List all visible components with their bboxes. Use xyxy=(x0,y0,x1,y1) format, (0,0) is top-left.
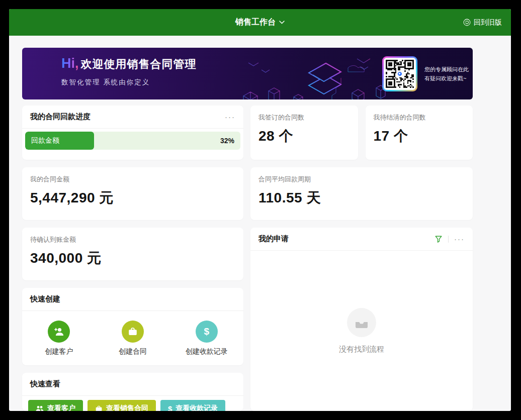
briefcase-icon xyxy=(122,321,144,343)
signed-contracts-card: 我签订的合同数 28 个 xyxy=(250,106,358,160)
quick-create-title: 快速创建 xyxy=(30,294,235,304)
progress-fill: 回款金额 xyxy=(25,132,94,150)
my-applications-card: 我的申请 ··· 没有找到流程 xyxy=(250,228,473,411)
create-customer-label: 创建客户 xyxy=(45,347,73,356)
progress-track: 回款金额 32% xyxy=(25,132,240,150)
qr-caption-line1: 您的专属顾问在此 xyxy=(424,65,469,74)
left-column: 我的合同回款进度 ··· 回款金额 32% 我的合同金额 5 xyxy=(22,106,243,411)
progress-bar-zone: 回款金额 32% xyxy=(22,129,243,150)
view-payment-records-label: 查看收款记录 xyxy=(176,404,218,411)
contract-amount-value: 5,447,290 元 xyxy=(30,188,235,207)
my-applications-header: 我的申请 ··· xyxy=(250,228,473,251)
users-icon xyxy=(36,405,44,411)
banner-title: 欢迎使用销售合同管理 xyxy=(81,57,197,72)
signed-contracts-value: 28 个 xyxy=(258,127,350,146)
avg-cycle-card: 合同平均回款周期 110.55 天 xyxy=(250,167,473,220)
workspace-switcher[interactable]: 销售工作台 xyxy=(235,17,285,28)
payback-progress-header: 我的合同回款进度 ··· xyxy=(22,106,243,129)
avg-cycle-value: 110.55 天 xyxy=(258,188,465,207)
quick-create-row: 创建客户 创建合同 xyxy=(22,311,243,365)
header-divider xyxy=(448,236,449,243)
view-payment-records-button[interactable]: $ 查看收款记录 xyxy=(160,400,225,411)
page-title: 销售工作台 xyxy=(235,17,276,28)
view-customers-button[interactable]: 查看客户 xyxy=(28,400,83,411)
top-header-bar: 销售工作台 回到旧版 xyxy=(9,9,511,36)
create-contract-item[interactable]: 创建合同 xyxy=(96,321,170,356)
quick-create-header: 快速创建 xyxy=(22,288,243,311)
banner-greeting: Hi, xyxy=(61,56,79,71)
more-menu-icon[interactable]: ··· xyxy=(454,235,465,243)
back-to-old-version-link[interactable]: 回到旧版 xyxy=(463,9,502,36)
contract-amount-card: 我的合同金额 5,447,290 元 xyxy=(22,167,243,220)
page-body: Hi, 欢迎使用销售合同管理 数智化管理 系统由你定义 您的专属顾问在此 有疑问… xyxy=(9,36,511,411)
filter-icon[interactable] xyxy=(435,235,443,243)
unsettled-contracts-label: 我待结清的合同数 xyxy=(374,113,465,122)
qr-svg xyxy=(386,60,414,88)
unsettled-contracts-value: 17 个 xyxy=(374,127,465,146)
quick-view-row: 查看客户 查看销售合同 $ 查看收款记录 xyxy=(22,396,243,411)
payback-progress-card: 我的合同回款进度 ··· 回款金额 32% xyxy=(22,106,243,160)
quick-view-title: 快速查看 xyxy=(30,379,235,389)
empty-state-text: 没有找到流程 xyxy=(339,345,384,354)
view-sales-contracts-button[interactable]: 查看销售合同 xyxy=(88,400,156,411)
view-sales-contracts-label: 查看销售合同 xyxy=(106,404,148,411)
back-link-label: 回到旧版 xyxy=(474,18,502,27)
banner-subtitle: 数智化管理 系统由你定义 xyxy=(61,78,197,87)
my-applications-title: 我的申请 xyxy=(258,234,435,244)
create-contract-label: 创建合同 xyxy=(119,347,147,356)
chevron-down-icon xyxy=(279,21,285,24)
briefcase-icon xyxy=(95,405,103,411)
dollar-icon: $ xyxy=(168,404,172,411)
add-user-icon xyxy=(48,321,70,343)
view-customers-label: 查看客户 xyxy=(47,404,75,411)
dollar-icon: $ xyxy=(196,321,218,343)
progress-label: 回款金额 xyxy=(31,136,59,145)
banner-text: Hi, 欢迎使用销售合同管理 数智化管理 系统由你定义 xyxy=(61,56,197,87)
qr-caption-line2: 有疑问欢迎来戳~ xyxy=(424,74,469,83)
quick-create-card: 快速创建 创建客户 xyxy=(22,288,243,365)
app-window: 销售工作台 回到旧版 xyxy=(9,9,511,411)
dashboard-grid: 我的合同回款进度 ··· 回款金额 32% 我的合同金额 5 xyxy=(22,106,473,411)
create-payment-record-label: 创建收款记录 xyxy=(186,347,228,356)
avg-cycle-label: 合同平均回款周期 xyxy=(258,175,465,184)
more-menu-icon[interactable]: ··· xyxy=(225,113,235,121)
pending-amount-label: 待确认到账金额 xyxy=(30,235,235,244)
qr-caption: 您的专属顾问在此 有疑问欢迎来戳~ xyxy=(424,65,469,83)
unsettled-contracts-card: 我待结清的合同数 17 个 xyxy=(366,106,473,160)
pending-amount-value: 340,000 元 xyxy=(30,249,235,268)
create-customer-item[interactable]: 创建客户 xyxy=(22,321,96,356)
quick-view-header: 快速查看 xyxy=(22,373,243,396)
pending-amount-card: 待确认到账金额 340,000 元 xyxy=(22,228,243,280)
progress-percent: 32% xyxy=(220,132,234,150)
signed-contracts-label: 我签订的合同数 xyxy=(258,113,350,122)
payback-progress-title: 我的合同回款进度 xyxy=(30,112,225,122)
applications-empty-state: 没有找到流程 xyxy=(250,251,473,411)
create-payment-record-item[interactable]: $ 创建收款记录 xyxy=(169,321,243,356)
quick-view-card: 快速查看 查看客户 xyxy=(22,373,243,411)
welcome-banner: Hi, 欢迎使用销售合同管理 数智化管理 系统由你定义 您的专属顾问在此 有疑问… xyxy=(22,48,473,99)
empty-inbox-icon xyxy=(347,308,376,337)
contract-amount-label: 我的合同金额 xyxy=(30,175,235,184)
isometric-decoration xyxy=(233,48,389,99)
restore-icon xyxy=(463,19,471,26)
right-column: 我签订的合同数 28 个 我待结清的合同数 17 个 合同平均回款周期 110.… xyxy=(250,106,473,411)
qr-code xyxy=(382,56,417,91)
contract-count-row: 我签订的合同数 28 个 我待结清的合同数 17 个 xyxy=(250,106,473,160)
